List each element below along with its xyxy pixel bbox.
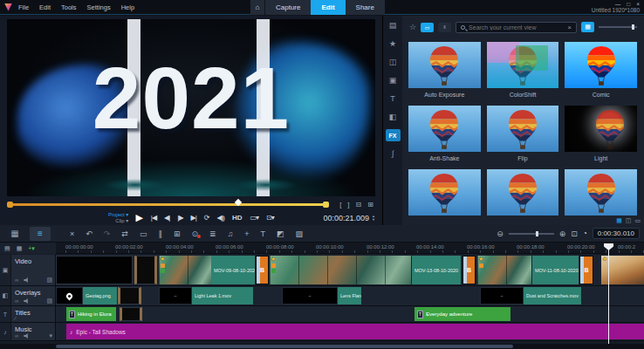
undo-icon[interactable]: ↶ <box>86 229 92 238</box>
effect-thumbnail[interactable] <box>408 106 481 152</box>
subtitle-editor-icon[interactable]: T <box>261 229 266 238</box>
effect-item[interactable]: Auto Exposure <box>408 42 481 98</box>
media-icon[interactable]: ▤ <box>386 19 401 31</box>
clip-label[interactable]: MOV-11-08-10-2020 <box>532 256 579 284</box>
trim-bar[interactable] <box>9 203 328 206</box>
clear-search-icon[interactable]: × <box>567 24 572 31</box>
preview-monitor[interactable]: 2021 <box>7 19 375 196</box>
fit-project-icon[interactable]: ⊡ <box>571 229 578 238</box>
edit-title-icon[interactable]: ∕ <box>15 316 16 321</box>
next-frame-icon[interactable]: |▶ <box>177 214 182 222</box>
overlay-track-header[interactable]: ◧ Overlays ∞▨ <box>0 286 56 305</box>
menu-file[interactable]: File <box>18 3 29 11</box>
ruler-ticks[interactable]: 00:00:00:00 00:00:02:00 00:00:04:00 00:0… <box>56 243 644 253</box>
home-frame-icon[interactable]: |◀ <box>151 214 156 222</box>
title-clip[interactable]: TEveryday adventure <box>414 307 510 321</box>
gallery-icon[interactable]: ◫ <box>626 217 632 224</box>
trim-icon[interactable]: ⇄ <box>121 229 128 238</box>
close-icon[interactable]: × <box>636 1 640 7</box>
restore-icon[interactable]: □ <box>627 1 630 7</box>
motion-path-icon[interactable]: ∫ <box>386 147 401 160</box>
trim-handle-start[interactable] <box>7 202 13 208</box>
library-view-icon[interactable]: ▦ <box>616 217 622 224</box>
transition-icon[interactable]: ◫ <box>386 56 401 68</box>
effect-thumbnail[interactable] <box>487 42 559 88</box>
effect-item[interactable]: ColorShift <box>487 42 559 98</box>
split-icon[interactable]: ∥ <box>158 229 162 238</box>
timeline-zoom-slider[interactable] <box>509 233 554 235</box>
mark-in-icon[interactable]: [ <box>339 201 341 209</box>
zoom-in-icon[interactable]: ⊕ <box>559 229 566 238</box>
duration-clock-icon[interactable]: ◔ <box>583 229 587 237</box>
mark-out-icon[interactable]: ] <box>347 201 349 209</box>
clip-mode-toggle[interactable]: Clip ▾ <box>108 218 128 224</box>
tab-edit[interactable]: Edit <box>311 0 345 15</box>
track-manager-icon[interactable]: ▤ <box>4 245 10 252</box>
effect-item[interactable] <box>408 169 481 216</box>
music-clip[interactable]: ♪Epic - Tall Shadows <box>66 324 644 339</box>
safe-area-icon[interactable]: ▭▾ <box>250 214 259 222</box>
link-icon[interactable]: ∞ <box>15 298 18 304</box>
gallery-view-icon[interactable]: ▦ <box>581 22 594 32</box>
record-capture-icon[interactable]: ⊙ <box>191 229 198 238</box>
clip-label[interactable]: Light Leak 1.mov <box>192 287 253 305</box>
filter-fx-icon[interactable]: FX <box>386 129 401 141</box>
scrollbar-thumb[interactable] <box>56 345 513 348</box>
mask-creator-icon[interactable]: ◩ <box>277 229 284 238</box>
title-clip[interactable]: THiking in Elora <box>66 307 116 321</box>
menu-edit[interactable]: Edit <box>39 3 51 11</box>
clip-video-thumbs[interactable]: ★ <box>159 256 211 284</box>
effect-thumbnail[interactable] <box>408 169 481 216</box>
instant-project-icon[interactable]: ★ <box>386 38 401 50</box>
effect-item[interactable] <box>565 169 637 216</box>
clip-label[interactable]: Lens Flare 2.mov <box>338 287 361 305</box>
clip-lightleak-thumb[interactable]: ~ <box>159 287 192 305</box>
grab-frame-icon[interactable]: ⊞ <box>367 201 373 209</box>
link-icon[interactable]: ∞ <box>15 277 18 283</box>
trim-handle-end[interactable] <box>323 202 329 208</box>
title-lane[interactable]: THiking in Elora TEveryday adventure <box>56 306 644 322</box>
search-box[interactable]: × <box>456 22 577 33</box>
menu-settings[interactable]: Settings <box>87 3 111 11</box>
menu-help[interactable]: Help <box>121 3 134 11</box>
clip-label[interactable]: MOV-09-08-10-2020 <box>211 256 255 284</box>
effect-item[interactable]: Light <box>565 106 637 161</box>
enlarge-icon[interactable]: ⊞ <box>174 229 181 238</box>
mute-icon[interactable] <box>24 298 29 304</box>
zoom-out-icon[interactable]: ⊖ <box>497 229 504 238</box>
hd-toggle[interactable]: HD <box>232 214 243 222</box>
effect-thumbnail[interactable] <box>565 106 637 152</box>
timeline-ruler[interactable]: ▤ ▦ +▾ 00:00:00:00 00:00:02:00 00:00:04:… <box>0 243 644 254</box>
motion-tracking-icon[interactable]: + <box>244 229 249 238</box>
music-track-header[interactable]: ♪ Music ∞▾ <box>0 323 56 340</box>
clip-geotag-thumb[interactable] <box>56 287 83 305</box>
video-lane[interactable]: ★ MOV-09-08-10-2020 B ★ MOV-13-08-10-202… <box>56 255 644 285</box>
timecode-spinner[interactable]: ▲▼ <box>372 215 375 222</box>
capture-frame-icon[interactable]: ⊡▾ <box>266 214 274 222</box>
project-mode-toggle[interactable]: Project ▾ <box>108 212 128 218</box>
effect-item[interactable]: Comic <box>565 42 637 98</box>
clip-label[interactable]: Dust and Scratches.mov <box>524 287 581 305</box>
end-frame-icon[interactable]: ▶| <box>191 214 196 222</box>
search-input[interactable] <box>469 24 564 31</box>
sound-mixer-icon[interactable]: ≣ <box>209 229 216 238</box>
photo-icon[interactable]: ▣ <box>386 74 401 86</box>
preview-timecode[interactable]: 00:00:21.009 ▲▼ <box>323 214 375 222</box>
view-toggle-thumbnails[interactable]: ▭ <box>421 23 434 32</box>
timeline-scrollbar[interactable] <box>0 344 644 349</box>
effect-thumbnail[interactable] <box>487 169 559 216</box>
effect-item[interactable]: Anti-Shake <box>408 106 481 161</box>
clip-small-media[interactable] <box>118 287 141 305</box>
add-track-icon[interactable]: +▾ <box>28 245 35 252</box>
effect-thumbnail[interactable] <box>565 169 637 216</box>
home-icon[interactable]: ⌂ <box>250 0 265 15</box>
clip-lensflare-thumb[interactable]: ~ <box>282 287 338 305</box>
effect-thumbnail[interactable] <box>487 106 559 152</box>
mute-icon[interactable] <box>24 277 29 283</box>
view-toggle-list[interactable]: ‖ <box>438 23 451 32</box>
customize-toolbar-icon[interactable]: × <box>70 229 74 238</box>
collapse-icon[interactable]: ▾ <box>49 332 52 339</box>
show-tracks-icon[interactable]: ▦ <box>17 245 23 252</box>
title-track-header[interactable]: T Titles ∕ <box>0 306 56 322</box>
clip-label[interactable]: MOV-13-08-10-2020 <box>412 256 461 284</box>
